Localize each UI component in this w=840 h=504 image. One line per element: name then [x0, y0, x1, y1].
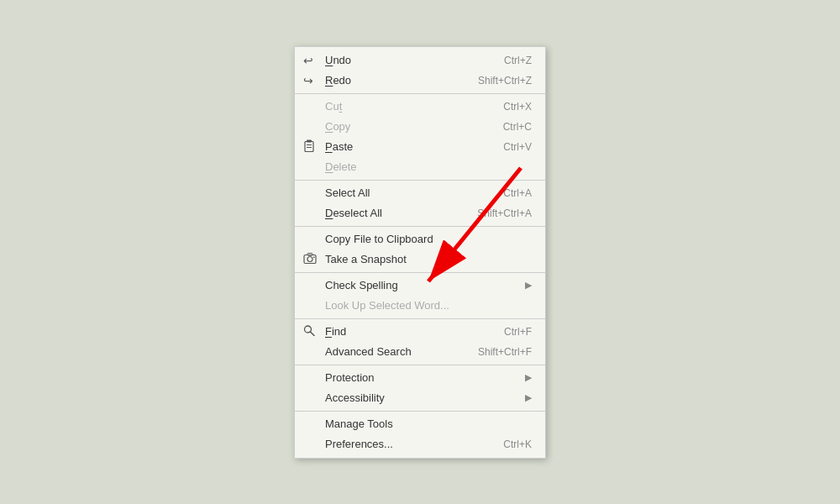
- menu-label-look-up: Look Up Selected Word...: [325, 299, 449, 312]
- menu-label-deselect-all: Deselect All: [325, 207, 382, 219]
- separator-6: [295, 365, 545, 365]
- menu-item-snapshot[interactable]: Take a Snapshot: [295, 249, 545, 270]
- menu-item-deselect-all[interactable]: Deselect All Shift+Ctrl+A: [295, 203, 545, 223]
- svg-line-9: [311, 332, 315, 336]
- separator-3: [295, 226, 545, 227]
- shortcut-advanced-search: Shift+Ctrl+F: [478, 346, 532, 358]
- menu-item-undo[interactable]: ↩ Undo Ctrl+Z: [295, 50, 545, 71]
- menu-item-look-up[interactable]: Look Up Selected Word...: [295, 296, 545, 316]
- svg-point-5: [307, 256, 312, 261]
- shortcut-deselect-all: Shift+Ctrl+A: [477, 207, 532, 219]
- submenu-arrow-accessibility: ▶: [525, 392, 532, 403]
- menu-item-protection[interactable]: Protection ▶: [295, 368, 545, 388]
- shortcut-undo: Ctrl+Z: [504, 55, 532, 66]
- search-icon: [303, 324, 315, 339]
- svg-rect-6: [307, 253, 312, 255]
- svg-rect-0: [305, 141, 313, 151]
- menu-item-copy-file[interactable]: Copy File to Clipboard: [295, 229, 545, 249]
- menu-item-accessibility[interactable]: Accessibility ▶: [295, 388, 545, 408]
- menu-item-delete[interactable]: Delete: [295, 157, 545, 177]
- menu-label-redo: Redo: [325, 74, 351, 87]
- separator-1: [295, 93, 545, 94]
- shortcut-cut: Ctrl+X: [503, 101, 532, 113]
- menu-label-manage-tools: Manage Tools: [325, 417, 393, 430]
- menu-item-redo[interactable]: ↪ Redo Shift+Ctrl+Z: [295, 71, 545, 91]
- menu-item-manage-tools[interactable]: Manage Tools: [295, 414, 545, 434]
- menu-label-paste: Paste: [325, 140, 353, 153]
- menu-label-delete: Delete: [325, 160, 357, 173]
- shortcut-paste: Ctrl+V: [503, 141, 532, 153]
- context-menu: ↩ Undo Ctrl+Z ↪ Redo Shift+Ctrl+Z Cut Ct…: [294, 46, 546, 459]
- paste-icon: [303, 139, 315, 155]
- menu-label-select-all: Select All: [325, 186, 370, 199]
- menu-label-cut: Cut: [325, 100, 342, 113]
- menu-label-protection: Protection: [325, 371, 375, 384]
- separator-4: [295, 272, 545, 273]
- shortcut-redo: Shift+Ctrl+Z: [478, 75, 532, 87]
- camera-icon: [303, 252, 317, 266]
- menu-item-paste[interactable]: Paste Ctrl+V: [295, 137, 545, 157]
- submenu-arrow-spelling: ▶: [525, 280, 532, 291]
- menu-label-snapshot: Take a Snapshot: [325, 253, 407, 265]
- svg-rect-1: [307, 139, 312, 142]
- menu-item-copy[interactable]: Copy Ctrl+C: [295, 117, 545, 137]
- submenu-arrow-protection: ▶: [525, 372, 532, 383]
- menu-label-undo: Undo: [325, 54, 351, 66]
- undo-icon: ↩: [303, 54, 313, 67]
- menu-label-copy-file: Copy File to Clipboard: [325, 233, 433, 245]
- menu-item-check-spelling[interactable]: Check Spelling ▶: [295, 276, 545, 296]
- menu-label-check-spelling: Check Spelling: [325, 279, 398, 291]
- shortcut-copy: Ctrl+C: [503, 121, 532, 133]
- menu-item-select-all[interactable]: Select All Ctrl+A: [295, 183, 545, 203]
- svg-rect-7: [313, 256, 315, 258]
- menu-item-cut[interactable]: Cut Ctrl+X: [295, 97, 545, 117]
- menu-item-preferences[interactable]: Preferences... Ctrl+K: [295, 434, 545, 454]
- menu-label-preferences: Preferences...: [325, 438, 393, 450]
- menu-item-find[interactable]: Find Ctrl+F: [295, 322, 545, 342]
- menu-item-advanced-search[interactable]: Advanced Search Shift+Ctrl+F: [295, 342, 545, 362]
- redo-icon: ↪: [303, 74, 313, 87]
- menu-label-accessibility: Accessibility: [325, 391, 385, 404]
- shortcut-preferences: Ctrl+K: [503, 438, 532, 450]
- shortcut-select-all: Ctrl+A: [503, 187, 532, 199]
- menu-label-advanced-search: Advanced Search: [325, 345, 412, 358]
- shortcut-find: Ctrl+F: [504, 326, 532, 338]
- menu-label-find: Find: [325, 325, 346, 338]
- menu-label-copy: Copy: [325, 120, 350, 133]
- separator-7: [295, 411, 545, 412]
- separator-5: [295, 318, 545, 319]
- separator-2: [295, 180, 545, 181]
